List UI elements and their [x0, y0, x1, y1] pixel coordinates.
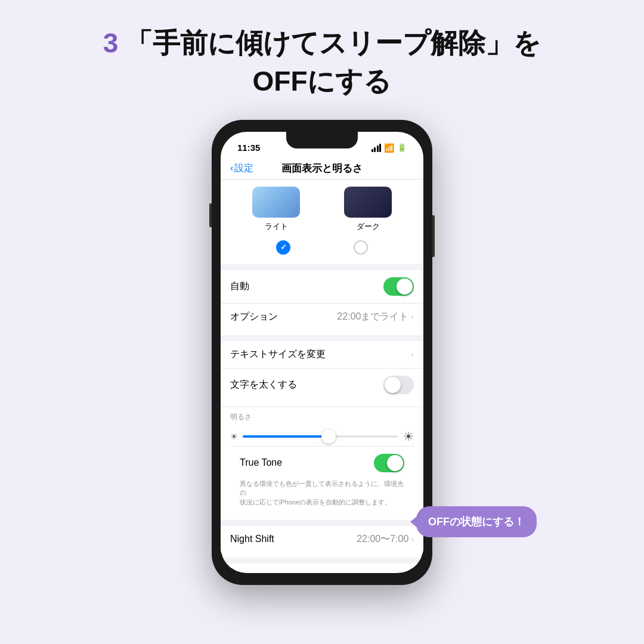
true-tone-desc: 異なる環境でも色が一貫して表示されるように、環境光の状況に応じてiPhoneの表… [230, 479, 414, 513]
nav-bar: ‹ 設定 画面表示と明るさ [221, 158, 423, 179]
power-button [432, 215, 435, 257]
appearance-options-row: ライト ダーク [230, 187, 414, 232]
phone-wrapper: 11:35 📶 🔋 ‹ 設定 画面表 [212, 120, 432, 585]
brightness-thumb[interactable] [321, 429, 336, 444]
step-number: 3 [103, 24, 119, 62]
auto-label: 自動 [230, 280, 249, 293]
brightness-track[interactable] [243, 435, 398, 438]
text-section-bg: テキストサイズを変更 › 文字を太くする [221, 335, 423, 401]
nav-title: 画面表示と明るさ [281, 162, 363, 175]
true-tone-label: True Tone [240, 457, 282, 468]
text-size-label: テキストサイズを変更 [230, 348, 326, 361]
radio-row [230, 238, 414, 257]
brightness-section: 明るさ ☀ ☀ True Tone [221, 407, 423, 520]
options-label: オプション [230, 311, 278, 323]
auto-card: 自動 オプション 22:00までライト › [221, 270, 423, 330]
night-shift-label: Night Shift [230, 534, 274, 544]
sun-small-icon: ☀ [230, 432, 238, 441]
brightness-slider-row: ☀ ☀ [230, 427, 414, 446]
dark-mode-thumb [344, 187, 392, 218]
signal-icon [371, 144, 382, 152]
text-size-chevron: › [411, 349, 414, 359]
dark-mode-label: ダーク [357, 221, 380, 232]
nav-back-label: 設定 [234, 162, 253, 175]
light-mode-option[interactable]: ライト [252, 187, 300, 232]
scroll-content: ライト ダーク [221, 179, 423, 568]
sun-large-icon: ☀ [403, 429, 414, 444]
bold-text-toggle[interactable] [383, 376, 414, 394]
light-radio[interactable] [276, 240, 290, 255]
appearance-section: ライト ダーク [221, 179, 423, 264]
nav-back-button[interactable]: ‹ 設定 [230, 162, 253, 175]
status-icons: 📶 🔋 [371, 143, 407, 153]
light-mode-thumb [252, 187, 300, 218]
auto-toggle[interactable] [383, 277, 414, 296]
options-row[interactable]: オプション 22:00までライト › [221, 304, 423, 330]
lock-card: 自動ロック なし › 手前に傾けてスリープ解除 [221, 564, 423, 568]
true-tone-knob [387, 455, 403, 471]
true-tone-row: True Tone [230, 446, 414, 479]
night-shift-bg: Night Shift 22:00〜7:00 › [221, 520, 423, 553]
auto-section-bg: 自動 オプション 22:00までライト › [221, 264, 423, 330]
night-shift-value: 22:00〜7:00 › [357, 533, 414, 546]
tooltip-bubble: OFFの状態にする！ [416, 506, 537, 537]
bold-text-knob [385, 377, 401, 393]
battery-icon: 🔋 [397, 143, 407, 152]
dark-radio[interactable] [354, 240, 368, 255]
bold-text-row: 文字を太くする [221, 369, 423, 401]
dark-mode-option[interactable]: ダーク [344, 187, 392, 232]
bold-text-label: 文字を太くする [230, 379, 297, 391]
true-tone-toggle[interactable] [374, 454, 404, 472]
brightness-label: 明るさ [230, 412, 414, 422]
lock-bg: 自動ロック なし › 手前に傾けてスリープ解除 [221, 558, 423, 568]
brightness-bg: 明るさ ☀ ☀ True Tone [221, 406, 423, 520]
night-shift-chevron: › [411, 534, 414, 544]
wifi-icon: 📶 [384, 143, 394, 153]
header-line2: OFFにする [103, 62, 541, 100]
auto-row: 自動 [221, 270, 423, 304]
phone-screen: 11:35 📶 🔋 ‹ 設定 画面表 [221, 132, 423, 573]
page-header: 3 「手前に傾けてスリープ解除」を OFFにする [103, 24, 541, 101]
status-time: 11:35 [237, 143, 260, 153]
phone: 11:35 📶 🔋 ‹ 設定 画面表 [212, 120, 432, 585]
text-card: テキストサイズを変更 › 文字を太くする [221, 341, 423, 401]
brightness-fill [243, 435, 329, 438]
options-chevron: › [411, 312, 414, 321]
tooltip-text: OFFの状態にする！ [428, 516, 525, 528]
light-mode-label: ライト [265, 221, 288, 232]
night-shift-row[interactable]: Night Shift 22:00〜7:00 › [221, 526, 423, 553]
options-value: 22:00までライト › [337, 311, 414, 323]
auto-toggle-knob [397, 278, 413, 295]
text-size-row[interactable]: テキストサイズを変更 › [221, 341, 423, 369]
chevron-left-icon: ‹ [230, 163, 233, 174]
notch [286, 132, 358, 148]
night-shift-card: Night Shift 22:00〜7:00 › [221, 526, 423, 553]
header-line1: 「手前に傾けてスリープ解除」を [125, 24, 541, 62]
auto-lock-row[interactable]: 自動ロック なし › [221, 564, 423, 568]
